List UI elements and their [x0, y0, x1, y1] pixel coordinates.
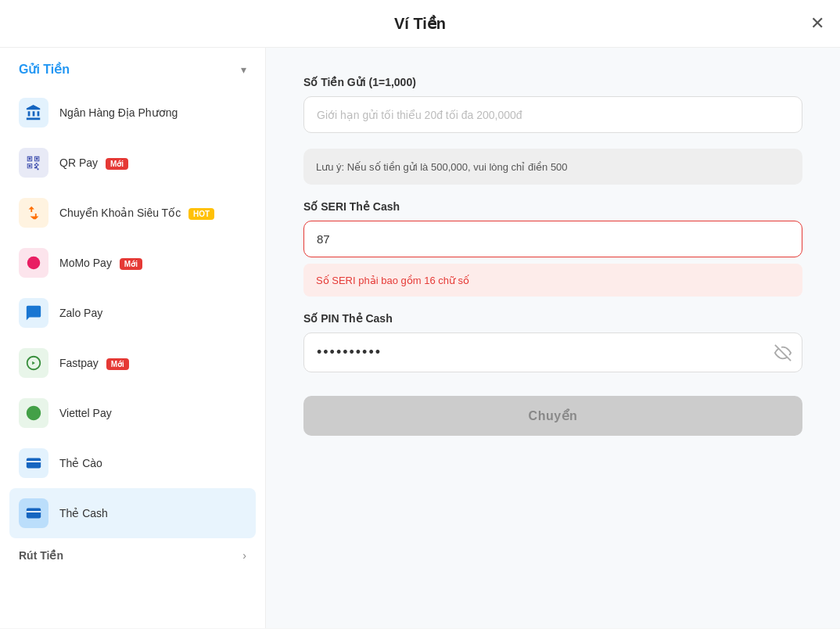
send-section-title: Gửi Tiền [19, 62, 70, 77]
sidebar-item-qr-pay[interactable]: QR Pay Mới [0, 138, 265, 188]
sidebar-item-the-cash[interactable]: Thẻ Cash [9, 488, 256, 538]
withdraw-section-header[interactable]: Rút Tiền › [0, 538, 265, 570]
viettel-icon [19, 398, 48, 428]
seri-input[interactable] [303, 221, 802, 257]
info-box-text: Lưu ý: Nếu số tiền gửi là 500,000, vui l… [316, 161, 568, 173]
sidebar-item-the-cao[interactable]: Thẻ Cào [0, 438, 265, 488]
submit-button[interactable]: Chuyển [303, 396, 802, 436]
sidebar-item-zalo-label: Zalo Pay [59, 307, 102, 319]
sidebar: Gửi Tiền ▾ Ngân Hàng Địa Phương QR Pay M… [0, 48, 266, 628]
sidebar-item-momo[interactable]: MoMo Pay Mới [0, 238, 265, 288]
sidebar-item-momo-label: MoMo Pay Mới [59, 257, 142, 269]
seri-label: Số SERI Thẻ Cash [303, 200, 802, 213]
amount-group: Số Tiền Gửi (1=1,000) [303, 76, 802, 133]
toggle-pin-visibility-button[interactable] [774, 344, 792, 361]
app-title: Ví Tiền [394, 14, 446, 33]
sidebar-item-fastpay[interactable]: Fastpay Mới [0, 338, 265, 388]
transfer-icon [19, 198, 48, 228]
sidebar-item-qr-label: QR Pay Mới [59, 156, 128, 169]
fastpay-icon [19, 348, 48, 378]
bank-icon [19, 98, 48, 128]
seri-group: Số SERI Thẻ Cash Số SERI phải bao gồm 16… [303, 200, 802, 297]
svg-rect-3 [27, 509, 41, 519]
withdraw-chevron-icon: › [242, 549, 246, 562]
pin-input[interactable] [303, 332, 802, 372]
momo-badge: Mới [120, 258, 142, 270]
seri-error-box: Số SERI phải bao gồm 16 chữ số [303, 264, 802, 297]
sidebar-item-the-cao-label: Thẻ Cào [59, 457, 102, 469]
withdraw-section-label: Rút Tiền [19, 549, 63, 562]
app-header: Ví Tiền ✕ [0, 0, 840, 48]
sidebar-item-chuyen-khoan[interactable]: Chuyển Khoản Siêu Tốc HOT [0, 188, 265, 238]
momo-icon [19, 248, 48, 278]
zalo-icon [19, 298, 48, 328]
amount-input[interactable] [303, 96, 802, 133]
fastpay-badge: Mới [106, 358, 129, 370]
qr-icon [19, 148, 48, 178]
sidebar-item-transfer-label: Chuyển Khoản Siêu Tốc HOT [59, 207, 214, 219]
send-chevron-icon: ▾ [241, 63, 246, 76]
pin-group: Số PIN Thẻ Cash [303, 312, 802, 372]
thecash-icon [19, 498, 48, 528]
thecao-icon [19, 448, 48, 478]
info-box: Lưu ý: Nếu số tiền gửi là 500,000, vui l… [303, 149, 802, 185]
sidebar-item-ngan-hang[interactable]: Ngân Hàng Địa Phương [0, 88, 265, 138]
sidebar-item-ngan-hang-label: Ngân Hàng Địa Phương [59, 106, 178, 119]
main-content: Số Tiền Gửi (1=1,000) Lưu ý: Nếu số tiền… [266, 48, 840, 628]
main-layout: Gửi Tiền ▾ Ngân Hàng Địa Phương QR Pay M… [0, 48, 840, 628]
svg-rect-1 [27, 458, 41, 469]
sidebar-item-the-cash-label: Thẻ Cash [59, 507, 108, 519]
transfer-badge: HOT [188, 208, 214, 220]
sidebar-item-viettel-pay[interactable]: Viettel Pay [0, 388, 265, 438]
send-section-header[interactable]: Gửi Tiền ▾ [0, 48, 265, 88]
seri-error-text: Số SERI phải bao gồm 16 chữ số [316, 275, 469, 286]
sidebar-item-fastpay-label: Fastpay Mới [59, 357, 129, 369]
sidebar-item-zalo-pay[interactable]: Zalo Pay [0, 288, 265, 338]
amount-label: Số Tiền Gửi (1=1,000) [303, 76, 802, 88]
svg-point-0 [27, 257, 41, 270]
pin-field-wrapper [303, 332, 802, 372]
qr-pay-badge: Mới [106, 158, 128, 170]
sidebar-item-viettel-label: Viettel Pay [59, 407, 112, 419]
close-button[interactable]: ✕ [810, 13, 824, 34]
pin-label: Số PIN Thẻ Cash [303, 312, 802, 325]
